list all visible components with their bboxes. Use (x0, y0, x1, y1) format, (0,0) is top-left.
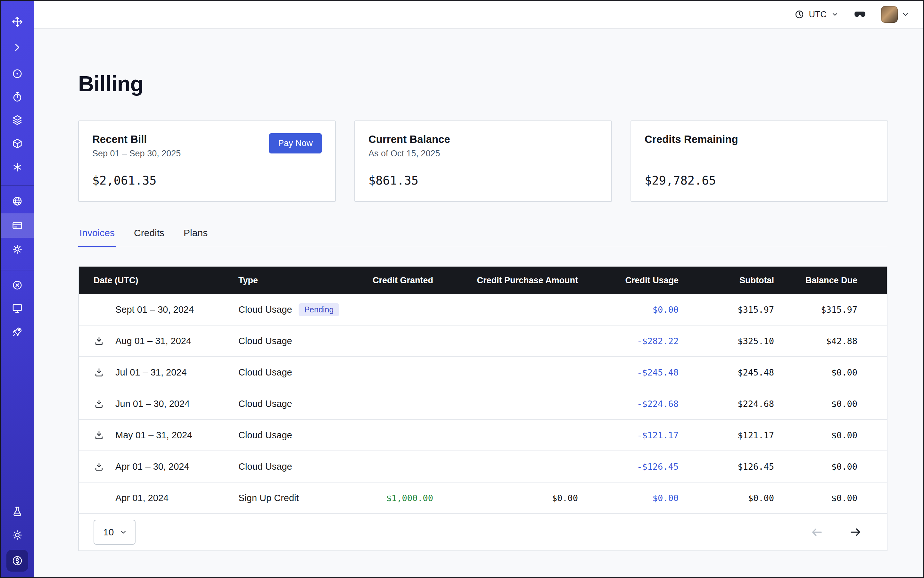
download-invoice-button[interactable] (94, 367, 110, 378)
timezone-selector[interactable]: UTC (794, 9, 839, 19)
arrow-left-icon (810, 525, 824, 539)
table-row: Jun 01 – 30, 2024 Cloud Usage -$224.68 $… (79, 388, 887, 420)
invoices-table: Date (UTC) Type Credit Granted Credit Pu… (78, 266, 887, 551)
invoice-type: Cloud Usage (239, 336, 292, 346)
sidebar-item-rocket[interactable] (1, 320, 34, 344)
col-date: Date (UTC) (79, 276, 239, 286)
card-title: Current Balance (369, 133, 598, 146)
sidebar-item-usage-cost[interactable] (1, 548, 34, 573)
subtotal: $245.48 (679, 367, 774, 377)
download-icon (94, 430, 104, 440)
download-invoice-button[interactable] (94, 335, 110, 347)
credit-card-icon (11, 220, 23, 231)
balance-due: $0.00 (774, 399, 888, 409)
flask-icon (11, 506, 23, 517)
sidebar-item-logo[interactable] (1, 10, 34, 34)
tab-invoices[interactable]: Invoices (78, 227, 116, 247)
download-slot (94, 492, 110, 504)
balance-due: $0.00 (774, 493, 888, 503)
credit-purchase: $0.00 (433, 493, 578, 503)
circle-x-icon (11, 279, 23, 291)
table-header: Date (UTC) Type Credit Granted Credit Pu… (79, 266, 887, 294)
sidebar-item-labs[interactable] (1, 499, 34, 524)
download-invoice-button[interactable] (94, 398, 110, 409)
dollar-circle-icon (6, 550, 28, 572)
credit-usage: $0.00 (578, 305, 679, 315)
sidebar-item-circle-x[interactable] (1, 273, 34, 297)
balance-due: $42.88 (774, 336, 888, 346)
layers-icon (11, 114, 23, 126)
subtotal: $0.00 (679, 493, 774, 503)
card-amount: $29,782.65 (645, 174, 874, 187)
sun-icon (11, 529, 23, 541)
invoice-date: Jun 01 – 30, 2024 (115, 399, 190, 409)
card-amount: $2,061.35 (92, 174, 322, 187)
arrow-right-icon (848, 525, 862, 539)
invoice-type: Cloud Usage (239, 367, 292, 378)
download-icon (94, 461, 104, 472)
app-window: UTC Billing Recent Bill Sep 01 – Sep 30,… (0, 0, 924, 578)
col-balance-due: Balance Due (774, 276, 888, 286)
sidebar-item-layers[interactable] (1, 108, 34, 132)
invoice-type: Cloud Usage (239, 430, 292, 440)
invoice-date: Apr 01, 2024 (115, 493, 169, 503)
sidebar-item-network[interactable] (1, 189, 34, 213)
page-size-select[interactable]: 10 (94, 520, 136, 545)
credits-remaining-card: Credits Remaining $29,782.65 (630, 120, 888, 202)
col-type: Type (239, 276, 357, 286)
invoice-type: Sign Up Credit (239, 493, 299, 503)
subtotal: $325.10 (679, 336, 774, 346)
topbar: UTC (34, 1, 923, 29)
sidebar-item-timer[interactable] (1, 84, 34, 109)
sidebar-divider (1, 270, 34, 270)
credit-granted: $1,000.00 (357, 493, 433, 503)
credit-usage: -$224.68 (578, 399, 679, 409)
credit-usage: -$282.22 (578, 336, 679, 346)
credit-usage: -$121.17 (578, 430, 679, 440)
download-icon (94, 336, 104, 346)
download-invoice-button[interactable] (94, 429, 110, 441)
sidebar-item-settings[interactable] (1, 237, 34, 261)
pay-now-button[interactable]: Pay Now (269, 133, 322, 153)
recent-bill-card: Recent Bill Sep 01 – Sep 30, 2025 $2,061… (78, 120, 336, 202)
rocket-icon (11, 326, 23, 338)
main-content: Billing Recent Bill Sep 01 – Sep 30, 202… (34, 29, 923, 577)
gear-icon (11, 244, 23, 255)
prev-page-button[interactable] (809, 524, 825, 541)
balance-due: $0.00 (774, 430, 888, 440)
avatar (881, 6, 898, 23)
balance-due: $0.00 (774, 367, 888, 377)
tab-credits[interactable]: Credits (133, 227, 166, 247)
sidebar-item-theme[interactable] (1, 523, 34, 547)
sidebar-expand-button[interactable] (1, 35, 34, 60)
invoice-date: Sept 01 – 30, 2024 (115, 304, 194, 315)
chevron-down-icon (831, 11, 839, 18)
goggles-button[interactable] (853, 7, 867, 21)
download-invoice-button[interactable] (94, 461, 110, 472)
sidebar-item-billing[interactable] (1, 213, 34, 238)
invoice-date: Apr 01 – 30, 2024 (115, 461, 189, 472)
page-size-value: 10 (103, 527, 114, 537)
user-menu[interactable] (881, 6, 909, 23)
sidebar-item-monitor[interactable] (1, 296, 34, 320)
card-title: Credits Remaining (645, 133, 874, 146)
card-subtitle: As of Oct 15, 2025 (369, 149, 598, 160)
timezone-label: UTC (809, 10, 827, 19)
sidebar-item-target[interactable] (1, 62, 34, 86)
sidebar-item-cube[interactable] (1, 132, 34, 156)
download-slot (94, 304, 110, 315)
col-credit-usage: Credit Usage (578, 276, 679, 286)
summary-cards: Recent Bill Sep 01 – Sep 30, 2025 $2,061… (78, 120, 923, 202)
asterisk-icon (12, 162, 23, 173)
next-page-button[interactable] (847, 524, 864, 541)
goggles-icon (853, 7, 867, 21)
invoice-type: Cloud Usage (239, 399, 292, 409)
current-balance-card: Current Balance As of Oct 15, 2025 $861.… (354, 120, 612, 202)
balance-due: $315.97 (774, 305, 888, 315)
col-credit-purchase: Credit Purchase Amount (433, 276, 578, 286)
table-row: Apr 01, 2024 Sign Up Credit $1,000.00 $0… (79, 482, 887, 514)
card-amount: $861.35 (369, 174, 598, 187)
sidebar-item-asterisk[interactable] (1, 155, 34, 179)
table-row: Aug 01 – 31, 2024 Cloud Usage -$282.22 $… (79, 326, 887, 357)
tab-plans[interactable]: Plans (182, 227, 209, 247)
